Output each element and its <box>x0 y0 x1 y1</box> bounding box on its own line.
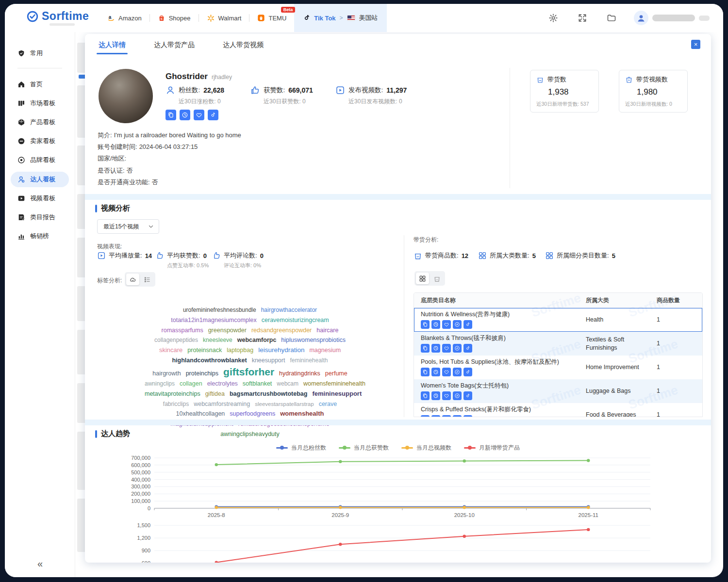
tag-word[interactable]: leisurehydration <box>258 346 304 354</box>
clock-icon[interactable] <box>431 368 440 376</box>
explore-icon[interactable] <box>453 415 462 417</box>
table-row[interactable]: Pools, Hot Tubs & Supplies(泳池、按摩浴缸及配件)Ho… <box>414 356 702 379</box>
heart-icon[interactable] <box>442 391 451 400</box>
sidebar-item-bestseller[interactable]: 畅销榜 <box>11 228 69 244</box>
clock-icon[interactable] <box>431 391 440 400</box>
tag-word[interactable]: totaria12in1magnesiumcomplex <box>171 317 256 323</box>
tag-word[interactable]: webcamforpc <box>237 337 277 343</box>
copy-icon[interactable] <box>421 415 430 417</box>
app-logo[interactable]: Sorftime <box>26 10 89 23</box>
tiktok-icon[interactable] <box>463 415 472 417</box>
tag-word[interactable]: femininehealth <box>290 357 328 364</box>
tag-word[interactable]: bagsmartcrushbowtotebag <box>230 390 307 397</box>
tag-word[interactable]: womensfemininehealth <box>303 380 365 387</box>
settings-gear-icon[interactable] <box>548 13 558 23</box>
bag-view-button[interactable] <box>430 273 444 284</box>
tag-word[interactable]: greenspowder <box>208 327 247 334</box>
sidebar-collapse-button[interactable]: « <box>5 558 75 569</box>
heart-icon[interactable] <box>442 368 451 376</box>
clock-icon[interactable] <box>431 344 440 353</box>
tag-word[interactable]: skincare <box>159 346 182 354</box>
tag-word[interactable]: kneesleeve <box>203 337 232 343</box>
sidebar-item-influencer[interactable]: 达人看板 <box>11 172 69 187</box>
tag-word[interactable]: giftidea <box>205 390 225 397</box>
marketplace-tab-shopee[interactable]: S Shopee <box>150 4 199 32</box>
tab-influencer-videos[interactable]: 达人带货视频 <box>223 41 264 51</box>
marketplace-tab-amazon[interactable]: a Amazon <box>99 4 149 32</box>
tiktok-icon[interactable] <box>463 368 472 376</box>
sidebar-item-market[interactable]: 市场看板 <box>11 96 69 111</box>
sidebar-item-seller[interactable]: 卖家看板 <box>11 133 69 149</box>
tag-word[interactable]: awningclips <box>145 380 175 387</box>
tag-word[interactable]: collagen <box>180 380 202 387</box>
tag-word[interactable]: metavitaproteinchips <box>145 390 200 397</box>
tab-influencer-detail[interactable]: 达人详情 <box>99 41 126 51</box>
tag-word[interactable]: magnesium <box>309 347 341 354</box>
legend-item[interactable]: 月新增带货产品 <box>464 444 520 452</box>
heart-icon[interactable] <box>442 415 451 417</box>
sidebar-item-brand[interactable]: 品牌看板 <box>11 152 69 168</box>
clock-icon[interactable] <box>431 415 440 417</box>
explore-icon[interactable] <box>453 320 462 329</box>
copy-icon[interactable] <box>421 391 430 400</box>
tag-word[interactable]: womenshealth <box>280 410 324 417</box>
user-account[interactable] <box>634 4 710 32</box>
table-row[interactable]: Crisps & Puffed Snacks(薯片和膨化零食)Food & Be… <box>414 403 702 417</box>
heart-icon[interactable] <box>442 320 451 329</box>
marketplace-tab-tiktok[interactable]: Tik Tok <box>303 4 335 32</box>
tag-word[interactable]: urofemininefreshnessbundle <box>183 307 256 313</box>
tag-word[interactable]: hipluswomensprobiotics <box>281 337 346 343</box>
tag-word[interactable]: 10xhealthcollagen <box>176 410 225 417</box>
explore-icon[interactable] <box>453 391 462 400</box>
tag-word[interactable]: electrolytes <box>207 380 238 387</box>
video-range-select[interactable]: 最近15个视频 <box>97 219 159 234</box>
site-selector[interactable]: 美国站 <box>359 14 378 22</box>
tag-word[interactable]: proteinsnack <box>187 347 222 354</box>
tag-word[interactable]: hydratingdrinks <box>279 370 320 377</box>
folder-icon[interactable] <box>607 13 616 23</box>
table-row[interactable]: Blankets & Throws(毯子和披肩)Textiles & Soft … <box>414 332 702 356</box>
copy-icon[interactable] <box>165 110 176 120</box>
cloud-view-button[interactable] <box>126 274 139 285</box>
tag-word[interactable]: romassparfums <box>162 327 203 334</box>
tag-word[interactable]: cerave <box>319 401 337 407</box>
copy-icon[interactable] <box>421 368 430 376</box>
explore-icon[interactable] <box>453 368 462 376</box>
sidebar-item-product[interactable]: 产品看板 <box>11 114 69 130</box>
list-view-button[interactable] <box>141 274 154 285</box>
legend-item[interactable]: 当月总粉丝数 <box>276 444 326 452</box>
table-row[interactable]: Women's Tote Bags(女士托特包)Luggage & Bags1 <box>414 379 702 403</box>
legend-item[interactable]: 当月总视频数 <box>401 444 451 452</box>
fullscreen-icon[interactable] <box>578 13 587 23</box>
clock-icon[interactable] <box>431 320 440 329</box>
tag-word[interactable]: hairgrowthaccelerator <box>261 307 317 313</box>
sidebar-item-common[interactable]: 常用 <box>11 46 69 61</box>
tag-word[interactable]: proteinchips <box>186 370 218 377</box>
tag-word[interactable]: haircare <box>316 327 338 334</box>
tag-word[interactable]: fabricclips <box>163 401 189 407</box>
legend-item[interactable]: 当月总获赞数 <box>339 444 389 452</box>
close-icon[interactable]: × <box>691 40 700 49</box>
clock-icon[interactable] <box>180 110 190 120</box>
copy-icon[interactable] <box>421 344 430 353</box>
tiktok-icon[interactable] <box>463 344 472 353</box>
tag-word[interactable]: superfoodgreens <box>230 410 275 417</box>
trend-chart-new-products[interactable]: 6009001,2001,500 <box>126 522 675 563</box>
tag-word[interactable]: laptopbag <box>227 347 253 354</box>
tiktok-icon[interactable] <box>463 391 472 400</box>
explore-icon[interactable] <box>453 344 462 353</box>
account-menu[interactable] <box>699 16 710 21</box>
tag-word[interactable]: hairgrowth <box>152 370 181 377</box>
tag-word[interactable]: giftsforher <box>223 366 274 377</box>
tag-word[interactable]: softblanket <box>243 380 272 387</box>
sidebar-item-report[interactable]: 类目报告 <box>11 210 69 225</box>
sidebar-item-home[interactable]: 首页 <box>11 77 69 92</box>
marketplace-tab-temu[interactable]: TEMU Beta <box>249 4 294 32</box>
tag-word[interactable]: collagenpeptides <box>154 337 198 343</box>
tag-word[interactable]: webcam <box>277 380 298 387</box>
tag-word[interactable]: sleevestarspatellarstrap <box>255 401 314 407</box>
tag-word[interactable]: femininesupport <box>312 390 362 397</box>
heart-icon[interactable] <box>442 344 451 353</box>
heart-icon[interactable] <box>194 110 204 120</box>
tag-word[interactable]: ceravemoisturizingcream <box>262 317 329 323</box>
